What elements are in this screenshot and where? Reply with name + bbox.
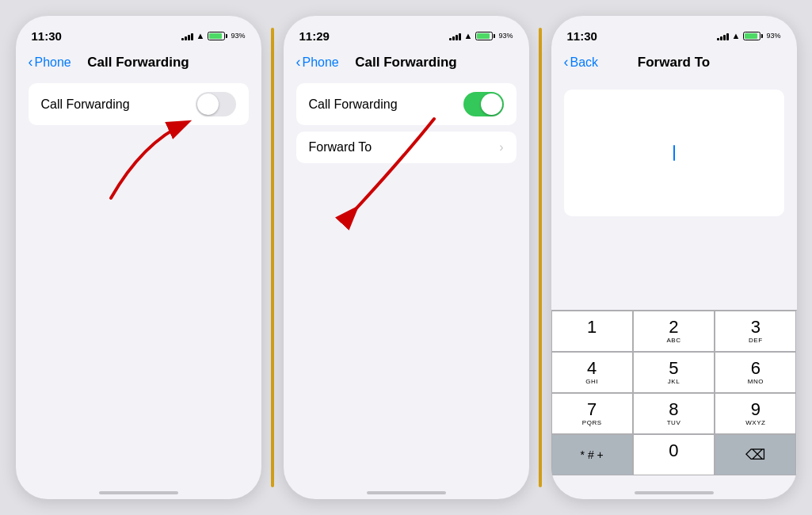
nav-title-2: Call Forwarding	[355, 55, 456, 71]
status-icons-3: ▲ 93%	[717, 31, 781, 40]
key-6-letters: MNO	[748, 378, 764, 385]
forward-to-label: Forward To	[309, 140, 372, 154]
key-9-number: 9	[751, 401, 761, 418]
settings-section-2b: Forward To ›	[296, 132, 517, 163]
toggle-thumb-1	[197, 93, 219, 115]
status-icons-1: ▲ 93%	[181, 31, 246, 40]
nav-bar-3: ‹ Back Forward To	[551, 51, 797, 77]
chevron-back-icon-1: ‹	[29, 54, 33, 71]
key-0[interactable]: 0	[633, 434, 715, 475]
key-8[interactable]: 8 TUV	[633, 393, 715, 434]
back-label-2: Phone	[303, 55, 339, 70]
key-4-number: 4	[587, 360, 597, 377]
key-9[interactable]: 9 WXYZ	[715, 393, 796, 434]
key-3-letters: DEF	[749, 337, 763, 344]
home-indicator-1	[99, 491, 178, 494]
key-star-number: * # +	[581, 449, 604, 460]
key-4[interactable]: 4 GHI	[551, 352, 633, 393]
forward-to-row[interactable]: Forward To ›	[296, 132, 517, 163]
wifi-icon-1: ▲	[196, 31, 205, 40]
battery-icon-3	[743, 32, 763, 40]
back-label-1: Phone	[35, 55, 71, 70]
key-7-letters: PQRS	[582, 419, 602, 426]
battery-text-3: 93%	[766, 32, 780, 40]
time-3: 11:30	[567, 29, 597, 43]
screenshots-container: 11:30 ▲ 93% ‹	[0, 0, 812, 515]
call-forwarding-label-1: Call Forwarding	[41, 97, 130, 112]
key-8-number: 8	[669, 401, 678, 418]
call-forwarding-row-2[interactable]: Call Forwarding	[296, 83, 517, 125]
toggle-thumb-2	[481, 93, 502, 115]
key-0-number: 0	[669, 442, 678, 460]
key-4-letters: GHI	[585, 378, 598, 385]
key-1-number: 1	[587, 319, 597, 336]
keypad: 1 2 ABC 3 DEF 4 GHI 5	[551, 310, 797, 475]
signal-icon-1	[181, 32, 193, 40]
battery-text-2: 93%	[498, 32, 513, 40]
key-2-number: 2	[669, 319, 678, 336]
keypad-row-4: * # + 0 ⌫	[551, 434, 797, 475]
back-button-1[interactable]: ‹ Phone	[29, 54, 71, 71]
keypad-row-1: 1 2 ABC 3 DEF	[551, 311, 797, 352]
call-forwarding-label-2: Call Forwarding	[309, 97, 398, 112]
phone-input-area[interactable]	[564, 90, 784, 216]
call-forwarding-row-1[interactable]: Call Forwarding	[29, 83, 249, 125]
status-bar-2: 11:29 ▲ 93%	[284, 16, 529, 51]
status-bar-3: 11:30 ▲ 93%	[551, 16, 797, 51]
time-2: 11:29	[299, 29, 330, 43]
chevron-back-icon-2: ‹	[296, 54, 301, 71]
key-5[interactable]: 5 JKL	[633, 352, 715, 393]
divider-gold-2	[539, 28, 542, 487]
battery-icon-2	[475, 32, 495, 40]
key-9-letters: WXYZ	[745, 419, 765, 426]
call-forwarding-toggle-2[interactable]	[463, 92, 504, 116]
nav-bar-2: ‹ Phone Call Forwarding	[284, 51, 529, 77]
key-0-letters	[673, 460, 675, 467]
key-backspace-icon: ⌫	[745, 448, 765, 462]
phone-screen-1: 11:30 ▲ 93% ‹	[16, 16, 261, 499]
back-button-3[interactable]: ‹ Back	[564, 54, 599, 71]
keypad-row-3: 7 PQRS 8 TUV 9 WXYZ	[551, 393, 797, 434]
signal-icon-3	[717, 32, 729, 40]
back-label-3: Back	[570, 55, 599, 70]
wifi-icon-2: ▲	[464, 31, 473, 40]
key-2[interactable]: 2 ABC	[633, 311, 715, 352]
key-5-letters: JKL	[668, 378, 680, 385]
key-8-letters: TUV	[667, 419, 681, 426]
key-7-number: 7	[587, 401, 597, 418]
time-1: 11:30	[32, 29, 62, 43]
key-6-number: 6	[751, 360, 761, 377]
settings-section-1: Call Forwarding	[29, 83, 249, 125]
key-1-letters	[591, 337, 593, 344]
signal-icon-2	[449, 32, 461, 40]
status-bar-1: 11:30 ▲ 93%	[16, 16, 261, 51]
home-indicator-2	[367, 491, 446, 494]
text-cursor	[673, 145, 675, 161]
nav-title-3: Forward To	[638, 55, 710, 71]
call-forwarding-toggle-1[interactable]	[196, 92, 236, 116]
key-7[interactable]: 7 PQRS	[551, 393, 633, 434]
keypad-row-2: 4 GHI 5 JKL 6 MNO	[551, 352, 797, 393]
key-2-letters: ABC	[667, 337, 681, 344]
key-5-number: 5	[669, 360, 678, 377]
chevron-right-icon: ›	[499, 140, 503, 154]
nav-bar-1: ‹ Phone Call Forwarding	[16, 51, 261, 77]
wifi-icon-3: ▲	[732, 31, 741, 40]
key-1[interactable]: 1	[551, 311, 633, 352]
phone-screen-3: 11:30 ▲ 93% ‹	[551, 16, 797, 499]
battery-icon-1	[208, 32, 227, 40]
divider-gold-1	[271, 28, 274, 487]
phone-screen-2: 11:29 ▲ 93% ‹	[284, 16, 529, 499]
nav-title-1: Call Forwarding	[87, 55, 189, 71]
home-indicator-3	[635, 491, 714, 494]
key-3-number: 3	[751, 319, 761, 336]
key-backspace[interactable]: ⌫	[715, 434, 796, 475]
battery-text-1: 93%	[231, 32, 245, 40]
key-6[interactable]: 6 MNO	[715, 352, 796, 393]
settings-section-2a: Call Forwarding	[296, 83, 517, 125]
key-3[interactable]: 3 DEF	[715, 311, 796, 352]
status-icons-2: ▲ 93%	[449, 31, 513, 40]
chevron-back-icon-3: ‹	[564, 54, 569, 71]
key-star[interactable]: * # +	[551, 434, 633, 475]
back-button-2[interactable]: ‹ Phone	[296, 54, 339, 71]
